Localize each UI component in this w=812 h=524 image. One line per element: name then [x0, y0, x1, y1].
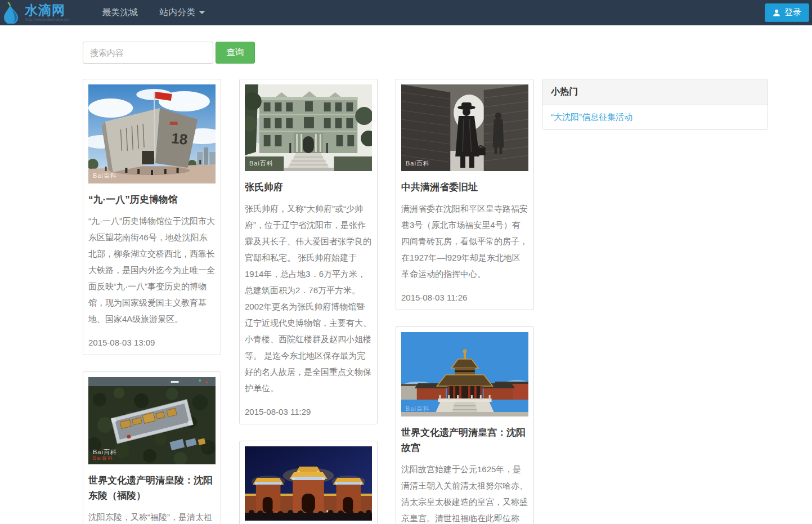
card-image-aerial-tomb[interactable]: Bai百科 Bai百科 — [88, 377, 216, 464]
nav-links: 最美沈城 站内分类 — [91, 0, 216, 25]
login-button[interactable]: 登录 — [765, 3, 809, 22]
card-text: 沈阳东陵，又称“福陵”，是清太祖努尔哈赤和孝慈高皇后叶赫那拉氏的陵墓，位于沈阳市… — [88, 509, 216, 524]
card-image-statues-alley[interactable]: Bai百科 — [401, 84, 528, 171]
nav-item-label: 最美沈城 — [102, 7, 138, 19]
photo-watermark: Bai百科 — [406, 405, 430, 413]
top-navbar: 水滴网 http://www.demoke.cn 最美沈城 站内分类 登录 — [0, 0, 812, 25]
svg-text:18: 18 — [171, 130, 188, 147]
card-date: 2015-08-03 11:29 — [245, 407, 372, 416]
card-title[interactable]: 张氏帅府 — [245, 180, 372, 195]
login-label: 登录 — [784, 7, 801, 18]
nav-item-beautiful-city[interactable]: 最美沈城 — [91, 0, 149, 25]
card-column-3: Bai百科 中共满洲省委旧址 满洲省委在沈阳和平区皇寺路福安巷3号（原北市场福安… — [396, 79, 534, 524]
card-text: 沈阳故宫始建于公元1625年，是满清王朝入关前清太祖努尔哈赤、清太宗皇太极建造的… — [401, 461, 528, 524]
water-drop-icon — [2, 2, 21, 24]
nav-item-site-categories[interactable]: 站内分类 — [149, 0, 216, 25]
nav-item-label: 站内分类 — [159, 7, 195, 19]
card-column-2: Bai百科 张氏帅府 张氏帅府，又称“大帅府”或“少帅府”，位于辽宁省沈阳市，是… — [239, 79, 378, 524]
card-title[interactable]: 中共满洲省委旧址 — [401, 180, 528, 195]
card-text: 满洲省委在沈阳和平区皇寺路福安巷3号（原北市场福安里4号）有四间青砖瓦房，看似平… — [401, 200, 528, 282]
hot-panel-title: 小热门 — [542, 79, 768, 105]
brand-logo[interactable]: 水滴网 http://www.demoke.cn — [2, 2, 69, 24]
card-image-monument[interactable]: 18 Bai百科 — [88, 84, 216, 183]
article-card[interactable]: 18 Bai百科 “九·一八”历史博物馆 “九·一八”历史博物馆位于沈阳市大东区… — [83, 79, 221, 355]
photo-watermark-red: Bai百科 — [93, 455, 113, 462]
photo-watermark: Bai百科 — [93, 172, 117, 180]
user-icon — [773, 9, 780, 17]
article-card[interactable]: Bai百科 张氏帅府 张氏帅府，又称“大帅府”或“少帅府”，位于辽宁省沈阳市，是… — [239, 79, 378, 424]
hot-panel-link[interactable]: “大沈阳”信息征集活动 — [542, 105, 768, 129]
article-card[interactable]: Bai百科 Bai百科 世界文化遗产明清皇陵：沈阳东陵（福陵） 沈阳东陵，又称“… — [83, 371, 221, 524]
card-image-night-gate[interactable] — [245, 446, 372, 521]
sidebar: 小热门 “大沈阳”信息征集活动 — [542, 79, 768, 130]
article-card[interactable]: Bai百科 中共满洲省委旧址 满洲省委在沈阳和平区皇寺路福安巷3号（原北市场福安… — [396, 79, 534, 310]
card-title[interactable]: 世界文化遗产明清皇陵：沈阳东陵（福陵） — [88, 473, 216, 503]
search-input[interactable] — [83, 42, 213, 64]
night-gate-photo — [245, 446, 372, 521]
photo-watermark: Bai百科 — [249, 159, 273, 168]
brand-name: 水滴网 — [25, 3, 69, 17]
card-title[interactable]: “九·一八”历史博物馆 — [88, 192, 216, 207]
main-content: 18 Bai百科 “九·一八”历史博物馆 “九·一八”历史博物馆位于沈阳市大东区… — [83, 79, 812, 524]
chevron-down-icon — [199, 11, 205, 14]
card-image-mansion[interactable]: Bai百科 — [245, 84, 372, 171]
card-text: 张氏帅府，又称“大帅府”或“少帅府”，位于辽宁省沈阳市，是张作霖及其长子、伟大爱… — [245, 200, 372, 396]
mansion-photo — [245, 84, 372, 171]
card-title[interactable]: 世界文化遗产明清皇宫：沈阳故宫 — [401, 425, 528, 455]
palace-photo — [401, 332, 528, 416]
card-text: “九·一八”历史博物馆位于沈阳市大东区望花南街46号，地处沈阳东北部，柳条湖立交… — [88, 213, 216, 327]
card-image-palace[interactable]: Bai百科 — [401, 332, 528, 416]
photo-watermark: Bai百科 — [406, 159, 430, 168]
card-date: 2015-08-03 13:09 — [88, 338, 216, 347]
card-date: 2015-08-03 11:26 — [401, 293, 528, 302]
article-card[interactable]: 清昭陵（北陵） 清昭陵是清朝第二代开国君主太 — [239, 441, 378, 524]
search-bar: 查询 — [83, 42, 812, 64]
article-card[interactable]: Bai百科 世界文化遗产明清皇宫：沈阳故宫 沈阳故宫始建于公元1625年，是满清… — [396, 326, 534, 524]
brand-tagline: http://www.demoke.cn — [25, 17, 69, 22]
card-column-1: 18 Bai百科 “九·一八”历史博物馆 “九·一八”历史博物馆位于沈阳市大东区… — [83, 79, 221, 524]
hot-panel: 小热门 “大沈阳”信息征集活动 — [542, 79, 768, 130]
search-query-button[interactable]: 查询 — [216, 42, 255, 64]
monument-photo: 18 — [88, 84, 216, 183]
statues-alley-photo — [401, 84, 528, 171]
